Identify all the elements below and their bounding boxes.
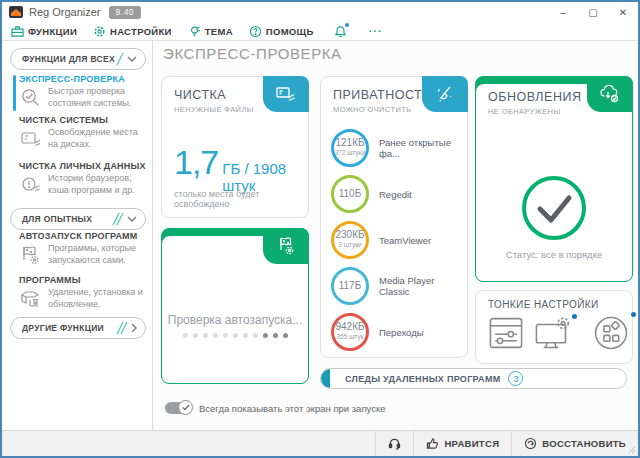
slash-decoration bbox=[116, 52, 124, 66]
item-size: 230КБ bbox=[335, 230, 364, 240]
progress-dot bbox=[183, 333, 188, 338]
sidebar-group-other[interactable]: ДРУГИЕ ФУНКЦИИ bbox=[10, 317, 146, 339]
progress-dot bbox=[193, 333, 198, 338]
updates-card[interactable]: ОБНОВЛЕНИЯ НЕ ОБНАРУЖЕНЫ Статус: все в п… bbox=[475, 76, 633, 282]
item-label: TeamViewer bbox=[379, 235, 431, 246]
item-desc: Истории браузеров, кэша программ и др. bbox=[48, 173, 147, 196]
item-count: 3 штуки bbox=[338, 240, 361, 249]
menu-help-label: ПОМОЩЬ bbox=[266, 26, 314, 37]
privacy-item[interactable]: 110Б Regedit bbox=[331, 175, 467, 213]
gear-icon bbox=[93, 25, 106, 38]
cleaning-size: 1,7 bbox=[174, 143, 218, 182]
autorun-card[interactable]: Проверка автозапуска... bbox=[161, 228, 309, 384]
progress-dot bbox=[233, 333, 238, 338]
cleaning-footer: столько места будет освобождено bbox=[174, 189, 308, 209]
notification-dot bbox=[572, 314, 577, 319]
cleaning-card[interactable]: ЧИСТКА НЕНУЖНЫЕ ФАЙЛЫ 1,7 ГБ / 1908 штук… bbox=[161, 76, 309, 218]
privacy-badge-icon bbox=[422, 76, 468, 112]
toggle-check-icon bbox=[178, 400, 193, 415]
magnifier-check-icon bbox=[19, 86, 43, 109]
item-desc: Удаление, установка и обновление. bbox=[48, 287, 147, 310]
close-button[interactable]: ✕ bbox=[608, 2, 638, 22]
progress-dot bbox=[283, 333, 288, 338]
like-button[interactable]: НРАВИТСЯ bbox=[413, 431, 511, 456]
menu-functions[interactable]: ФУНКЦИИ bbox=[11, 25, 77, 37]
chevron-down-icon bbox=[127, 56, 137, 62]
app-title: Reg Organizer bbox=[29, 6, 101, 18]
group-label: ДРУГИЕ ФУНКЦИИ bbox=[22, 323, 116, 333]
privacy-item[interactable]: 230КБ 3 штуки TeamViewer bbox=[331, 221, 467, 259]
sidebar-item-programs[interactable]: ПРОГРАММЫ Удаление, установка и обновлен… bbox=[19, 275, 147, 310]
item-size: 110Б bbox=[339, 189, 362, 199]
privacy-clean-icon bbox=[19, 173, 43, 196]
sidebar-item-system-cleanup[interactable]: ЧИСТКА СИСТЕМЫ Освобождение места на дис… bbox=[19, 115, 147, 150]
menu-settings-label: НАСТРОЙКИ bbox=[110, 26, 172, 37]
notification-dot bbox=[345, 23, 349, 27]
support-button[interactable] bbox=[375, 431, 413, 456]
app-window: Reg Organizer 9.40 – ▢ ✕ ФУНКЦИИ НАСТРОЙ… bbox=[0, 0, 640, 458]
restore-icon bbox=[524, 437, 537, 450]
sidebar-item-private-data[interactable]: ЧИСТКА ЛИЧНЫХ ДАННЫХ Истории браузеров, … bbox=[19, 161, 147, 196]
resize-grip[interactable] bbox=[628, 446, 636, 454]
pill-accent-cap bbox=[320, 368, 330, 389]
notifications-bell-icon[interactable] bbox=[334, 25, 347, 38]
autorun-flag-gear-icon bbox=[19, 243, 43, 266]
privacy-card[interactable]: ПРИВАТНОСТЬ МОЖНО ОЧИСТИТЬ 121КБ 372 шту… bbox=[320, 76, 468, 358]
sidebar-group-for-all[interactable]: ФУНКЦИИ ДЛЯ ВСЕХ bbox=[10, 48, 146, 70]
updates-status-text: Статус: все в порядке bbox=[476, 249, 632, 260]
maximize-button[interactable]: ▢ bbox=[578, 2, 608, 22]
updates-check-icon bbox=[519, 173, 589, 243]
traces-count-badge: 3 bbox=[508, 371, 523, 386]
item-label: Media Player Classic bbox=[379, 275, 467, 297]
menu-theme[interactable]: ТЕМА bbox=[188, 25, 233, 38]
startup-toggle-label: Всегда показывать этот экран при запуске bbox=[199, 403, 385, 414]
traces-label: СЛЕДЫ УДАЛЕННЫХ ПРОГРАММ bbox=[345, 374, 500, 384]
privacy-item[interactable]: 117Б Media Player Classic bbox=[331, 267, 467, 305]
toolbox-icon bbox=[11, 25, 24, 37]
size-ring: 110Б bbox=[331, 175, 369, 213]
box-trash-icon bbox=[19, 287, 43, 310]
progress-dot bbox=[203, 333, 208, 338]
minimize-button[interactable]: – bbox=[548, 2, 578, 22]
sidebar-group-advanced[interactable]: ДЛЯ ОПЫТНЫХ bbox=[10, 208, 146, 230]
menu-settings[interactable]: НАСТРОЙКИ bbox=[93, 25, 172, 38]
autorun-status-text: Проверка автозапуска... bbox=[162, 313, 308, 327]
item-desc: Быстрая проверка состояния системы. bbox=[48, 86, 147, 109]
item-size: 117Б bbox=[339, 281, 362, 291]
slash-decoration bbox=[112, 212, 124, 226]
restore-button[interactable]: ВОССТАНОВИТЬ bbox=[511, 431, 638, 456]
startup-toggle[interactable] bbox=[165, 402, 191, 414]
startup-toggle-row: Всегда показывать этот экран при запуске bbox=[165, 402, 385, 414]
item-size: 121КБ bbox=[335, 138, 364, 148]
size-ring: 117Б bbox=[331, 267, 369, 305]
thumb-up-icon bbox=[426, 437, 439, 450]
size-ring: 230КБ 3 штуки bbox=[331, 221, 369, 259]
notification-dot bbox=[631, 312, 636, 317]
privacy-list: 121КБ 372 штуки Ранее открытые фа... 110… bbox=[321, 129, 467, 359]
restore-label: ВОССТАНОВИТЬ bbox=[542, 438, 626, 449]
privacy-item[interactable]: 121КБ 372 штуки Ранее открытые фа... bbox=[331, 129, 467, 167]
fine-tuning-card[interactable]: ТОНКИЕ НАСТРОЙКИ bbox=[475, 290, 633, 364]
size-ring: 942КБ 355 штук bbox=[331, 313, 369, 351]
chevron-right-icon bbox=[131, 323, 137, 333]
menu-help[interactable]: ПОМОЩЬ bbox=[249, 25, 314, 38]
item-label: Ранее открытые фа... bbox=[379, 137, 467, 159]
item-title: ПРОГРАММЫ bbox=[19, 275, 147, 285]
item-title: ЧИСТКА СИСТЕМЫ bbox=[19, 115, 147, 125]
privacy-item[interactable]: 942КБ 355 штук Переходы bbox=[331, 313, 467, 351]
like-label: НРАВИТСЯ bbox=[444, 438, 499, 449]
updates-badge-icon bbox=[587, 76, 633, 112]
chevron-down-icon bbox=[127, 216, 137, 222]
version-badge: 9.40 bbox=[109, 6, 142, 19]
item-desc: Освобождение места на дисках. bbox=[48, 127, 147, 150]
sidebar-item-autorun[interactable]: АВТОЗАПУСК ПРОГРАММ Программы, которые з… bbox=[19, 231, 147, 266]
sliders-panel-icon bbox=[488, 316, 524, 350]
apps-circle-icon bbox=[592, 314, 630, 352]
sidebar-item-express-check[interactable]: ЭКСПРЕСС-ПРОВЕРКА Быстрая проверка состо… bbox=[19, 74, 147, 109]
more-menu-button[interactable]: ··· bbox=[369, 25, 383, 37]
item-count: 355 штук bbox=[336, 332, 363, 341]
monitor-gear-icon bbox=[534, 316, 574, 350]
deleted-programs-traces-button[interactable]: СЛЕДЫ УДАЛЕННЫХ ПРОГРАММ 3 bbox=[320, 368, 627, 389]
app-logo-icon bbox=[9, 6, 23, 18]
menu-functions-label: ФУНКЦИИ bbox=[28, 26, 77, 37]
